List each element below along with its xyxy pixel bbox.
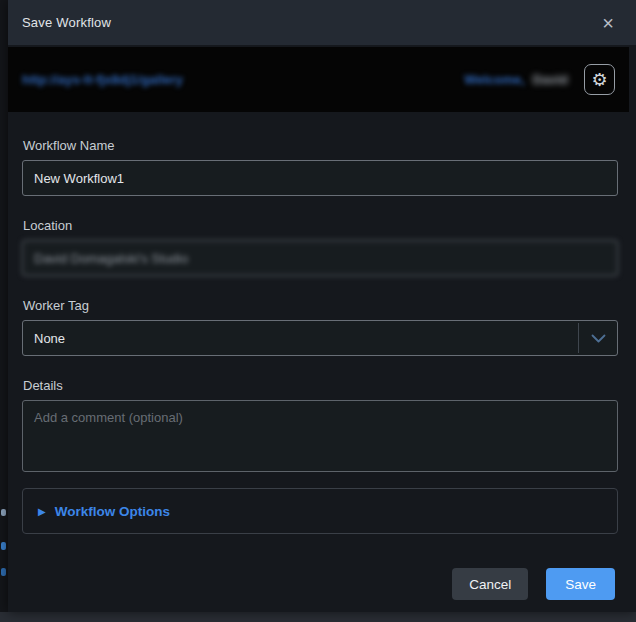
dialog-titlebar: Save Workflow × bbox=[8, 0, 636, 45]
details-label: Details bbox=[23, 378, 618, 393]
background-app-fragment bbox=[1, 509, 6, 516]
background-app-fragment bbox=[1, 568, 6, 576]
cancel-button[interactable]: Cancel bbox=[452, 568, 528, 600]
banner-user-area: Welcome, David ⚙ bbox=[464, 64, 615, 95]
welcome-label: Welcome, bbox=[464, 72, 524, 87]
expander-triangle-icon: ▶ bbox=[38, 506, 46, 517]
workflow-name-input[interactable] bbox=[22, 160, 618, 196]
workflow-options-expander[interactable]: ▶ Workflow Options bbox=[22, 488, 618, 534]
worker-tag-dropdown[interactable]: None bbox=[22, 320, 618, 356]
save-button[interactable]: Save bbox=[546, 568, 615, 600]
save-workflow-form: Workflow Name Location Worker Tag None D… bbox=[8, 112, 636, 600]
username-label: David bbox=[533, 72, 568, 87]
location-input[interactable] bbox=[22, 240, 618, 276]
gear-icon[interactable]: ⚙ bbox=[584, 64, 615, 95]
details-textarea[interactable] bbox=[22, 400, 618, 472]
gallery-url-link[interactable]: http://ays-lt-fjx8dj1/gallery bbox=[22, 72, 183, 87]
close-icon[interactable]: × bbox=[596, 11, 620, 35]
background-app-strip bbox=[0, 612, 636, 622]
dialog-title: Save Workflow bbox=[22, 15, 111, 30]
background-app-fragment bbox=[1, 542, 6, 550]
worker-tag-label: Worker Tag bbox=[23, 298, 618, 313]
workflow-options-label: Workflow Options bbox=[55, 504, 170, 519]
dialog-footer: Cancel Save bbox=[22, 568, 618, 600]
worker-tag-selected-value: None bbox=[23, 321, 578, 355]
save-workflow-dialog: Save Workflow × http://ays-lt-fjx8dj1/ga… bbox=[8, 0, 636, 612]
workflow-name-label: Workflow Name bbox=[23, 138, 618, 153]
gallery-banner: http://ays-lt-fjx8dj1/gallery Welcome, D… bbox=[8, 47, 629, 112]
location-label: Location bbox=[23, 218, 618, 233]
chevron-down-icon[interactable] bbox=[579, 321, 617, 355]
